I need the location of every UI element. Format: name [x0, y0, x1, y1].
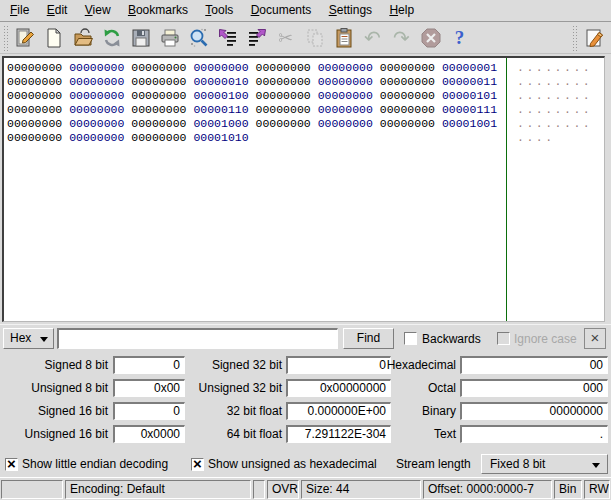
byte-cell: 00000000 [380, 89, 435, 102]
byte-cell: 00001001 [442, 117, 497, 130]
unsigned-8bit-label: Unsigned 8 bit [2, 379, 108, 397]
byte-cell: 00000000 [131, 89, 186, 102]
close-search-button[interactable]: × [584, 328, 606, 349]
menu-view[interactable]: View [78, 0, 118, 21]
status-offset: Offset: 0000:0000-7 [423, 480, 552, 499]
byte-cell: 00000000 [69, 103, 124, 116]
byte-cell: 00000000 [256, 75, 311, 88]
toolbar-drag-handle[interactable] [3, 25, 8, 51]
byte-cell: 00000000 [256, 103, 311, 116]
print-icon[interactable] [156, 24, 183, 51]
redo-icon[interactable]: ↷ [388, 24, 415, 51]
menu-edit[interactable]: Edit [40, 0, 75, 21]
find-icon[interactable] [185, 24, 212, 51]
signed-8bit-label: Signed 8 bit [2, 356, 108, 374]
byte-cell: 00000000 [7, 75, 62, 88]
byte-cell: 00000000 [380, 75, 435, 88]
menu-file[interactable]: File [3, 0, 36, 21]
byte-cell: 00000000 [256, 61, 311, 74]
ignore-case-label: Ignore case [514, 325, 577, 353]
cancel-icon[interactable] [417, 24, 444, 51]
ascii-cell: ........ [517, 103, 592, 117]
menu-help[interactable]: Help [382, 0, 421, 21]
ignore-case-checkbox[interactable] [497, 332, 510, 345]
octal-field[interactable]: 000 [460, 379, 608, 397]
signed-16bit-label: Signed 16 bit [2, 402, 108, 420]
stream-length-value: Fixed 8 bit [482, 457, 545, 471]
revert-icon[interactable] [98, 24, 125, 51]
edit-toolbar-drag-handle[interactable] [572, 25, 577, 51]
menu-settings[interactable]: Settings [322, 0, 379, 21]
hex-row: 00000000 00000000 00000000 00001000 0000… [7, 117, 604, 131]
insert-pattern-icon[interactable] [243, 24, 270, 51]
signed-8bit-field[interactable]: 0 [113, 356, 185, 374]
hex-row: 00000000 00000000 00000000 00001010 .... [7, 131, 604, 145]
stream-length-dropdown[interactable]: Fixed 8 bit [481, 454, 608, 474]
unsigned-hex-label: Show unsigned as hexadecimal [208, 453, 377, 476]
search-type-value: Hex [4, 331, 31, 345]
unsigned-8bit-field[interactable]: 0x00 [113, 379, 185, 397]
signed-16bit-field[interactable]: 0 [113, 402, 185, 420]
text-field[interactable]: . [460, 425, 608, 443]
unsigned-16bit-label: Unsigned 16 bit [2, 425, 108, 443]
open-file-icon[interactable] [69, 24, 96, 51]
hex-row: 00000000 00000000 00000000 00000000 0000… [7, 61, 604, 75]
save-icon[interactable] [127, 24, 154, 51]
byte-cell: 00000000 [131, 61, 186, 74]
status-blank-small [253, 480, 265, 499]
float-64bit-label: 64 bit float [178, 425, 282, 443]
status-overwrite-mode[interactable]: OVR [267, 480, 299, 499]
decoder-panel: Signed 8 bit 0 Unsigned 8 bit 0x00 Signe… [0, 352, 611, 477]
search-type-dropdown[interactable]: Hex [3, 328, 54, 349]
backwards-checkbox[interactable] [404, 332, 417, 345]
chevron-down-icon [592, 463, 600, 468]
byte-cell: 00001010 [193, 131, 248, 144]
ascii-cell: ........ [517, 75, 592, 89]
byte-cell: 00001000 [193, 117, 248, 130]
cut-icon[interactable]: ✂ [272, 24, 299, 51]
byte-cell: 00000000 [69, 131, 124, 144]
hexadecimal-field[interactable]: 00 [460, 356, 608, 374]
new-document-icon[interactable] [40, 24, 67, 51]
help-icon[interactable]: ? [446, 24, 473, 51]
unsigned-16bit-field[interactable]: 0x0000 [113, 425, 185, 443]
menu-bar: File Edit View Bookmarks Tools Documents… [0, 0, 611, 22]
menu-bookmarks[interactable]: Bookmarks [121, 0, 195, 21]
byte-cell: 00000000 [380, 103, 435, 116]
hex-row: 00000000 00000000 00000000 00000100 0000… [7, 89, 604, 103]
byte-cell: 00000001 [442, 61, 497, 74]
byte-cell: 00000000 [7, 131, 62, 144]
text-label: Text [368, 425, 456, 443]
unsigned-hex-checkbox[interactable] [191, 458, 204, 471]
goto-offset-icon[interactable] [214, 24, 241, 51]
byte-cell: 00000000 [7, 103, 62, 116]
status-format[interactable]: Bin [554, 480, 582, 499]
chevron-down-icon [40, 337, 48, 342]
find-button[interactable]: Find [343, 328, 394, 349]
document-properties-icon[interactable] [11, 24, 38, 51]
byte-cell: 00000011 [442, 75, 497, 88]
status-encoding: Encoding: Default [65, 480, 251, 499]
byte-cell: 00000000 [131, 131, 186, 144]
byte-cell: 00000000 [69, 117, 124, 130]
status-access-mode[interactable]: RW [584, 480, 610, 499]
byte-cell: 00000000 [256, 117, 311, 130]
hex-editor-area[interactable]: 00000000 00000000 00000000 00000000 0000… [2, 56, 605, 322]
byte-cell: 00000000 [380, 117, 435, 130]
binary-field[interactable]: 00000000 [460, 402, 608, 420]
undo-icon[interactable]: ↶ [359, 24, 386, 51]
unsigned-32bit-label: Unsigned 32 bit [178, 379, 282, 397]
byte-cell: 00000000 [318, 75, 373, 88]
byte-cell: 00000000 [7, 61, 62, 74]
paste-icon[interactable] [330, 24, 357, 51]
binary-label: Binary [368, 402, 456, 420]
menu-tools[interactable]: Tools [198, 0, 240, 21]
little-endian-checkbox[interactable] [5, 458, 18, 471]
hex-row: 00000000 00000000 00000000 00000010 0000… [7, 75, 604, 89]
search-input[interactable] [57, 328, 338, 349]
byte-cell: 00000000 [69, 61, 124, 74]
copy-icon[interactable] [301, 24, 328, 51]
edit-mode-icon[interactable] [580, 24, 607, 51]
menu-documents[interactable]: Documents [244, 0, 319, 21]
byte-cell: 00000000 [131, 75, 186, 88]
